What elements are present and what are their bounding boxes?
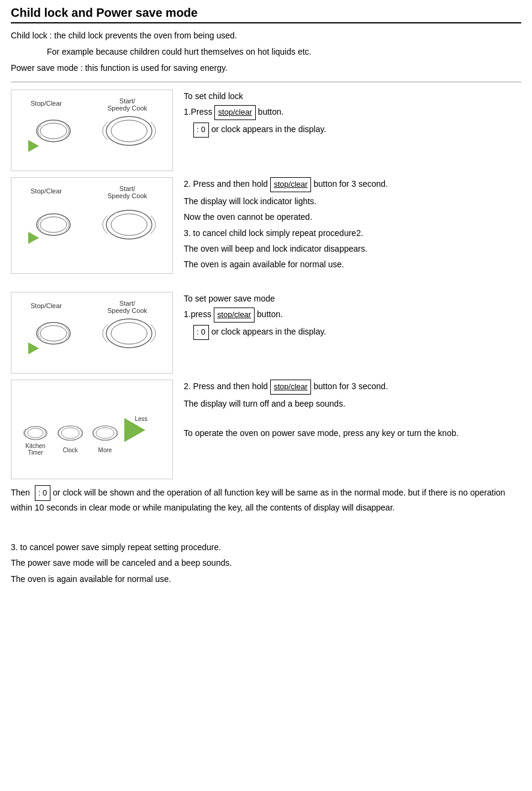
step3-text: 3. to cancel child lock simply repeat pr… [184,226,521,240]
svg-marker-7 [28,140,39,152]
step1-display-line: : 0 or clock appears in the display. [184,123,521,138]
section1-row1: Stop/Clear Start/ Speedy Cook To set chi… [11,89,521,171]
power-step2-line2: The display will turn off and a beep sou… [184,397,521,410]
power-step1-display-line: : 0 or clock appears in the display. [184,325,521,340]
step2-button: stop/clear [270,177,311,192]
step1-text: 1.Press stop/clear button. [184,105,521,120]
intro-line3: Power save mode : this function is used … [11,62,521,74]
power-step1-text: 1.press stop/clear button. [184,308,521,323]
set-childlock-heading: To set child lock [184,89,521,103]
step3-line3: The oven is again available for normal u… [184,258,521,271]
section2-row2: Kitchen Timer Clock More Less [11,380,521,479]
svg-point-22 [111,323,147,344]
intro-line1: Child lock : the child lock prevents the… [11,29,521,42]
display-box-2: : 0 [193,325,209,340]
spacer-2 [11,519,521,531]
then-paragraph: Then : 0 or clock will be shown and the … [11,485,521,515]
main-text-section: Then : 0 or clock will be shown and the … [11,485,521,515]
svg-point-13 [106,210,152,239]
svg-point-12 [40,217,67,232]
svg-point-33 [93,426,117,440]
instructions-1: To set child lock 1.Press stop/clear but… [184,89,521,140]
cancel-step3-line2: The power save mode will be canceled and… [11,556,521,569]
cancel-step3: 3. to cancel power save simply repeat se… [11,541,521,554]
svg-point-20 [40,326,67,341]
svg-text:Stop/Clear: Stop/Clear [31,302,62,309]
step2-line2: The display will lock indicator lights. [184,195,521,208]
svg-marker-15 [28,232,39,244]
step2-line3: Now the oven cannot be operated. [184,210,521,223]
step1-button: stop/clear [214,105,255,120]
step2-text: 2. Press and then hold stop/clear button… [184,177,521,192]
diagram-1: Stop/Clear Start/ Speedy Cook [11,89,173,171]
step3-line2: The oven will beep and lock indicator di… [184,242,521,255]
svg-text:Start/: Start/ [119,300,136,307]
svg-point-21 [106,319,152,348]
page-title: Child lock and Power save mode [11,6,521,23]
section-divider-1 [11,82,521,82]
display-box-1: : 0 [193,123,209,138]
svg-text:More: More [98,447,112,453]
svg-point-30 [28,428,43,438]
svg-text:Speedy Cook: Speedy Cook [107,192,148,199]
svg-point-14 [111,214,147,235]
svg-point-5 [106,117,152,145]
intro-section: Child lock : the child lock prevents the… [11,29,521,74]
diagram-2: Stop/Clear Start/ Speedy Cook [11,177,173,274]
display-box-3: : 0 [35,485,50,501]
svg-text:Kitchen: Kitchen [25,443,45,449]
svg-point-6 [111,120,147,142]
svg-point-34 [96,428,114,438]
power-step2-button: stop/clear [270,380,311,395]
power-step1-button: stop/clear [214,308,255,323]
power-step2-text: 2. Press and then hold stop/clear button… [184,380,521,395]
svg-text:Stop/Clear: Stop/Clear [31,187,62,195]
intro-line2: For example because children could hurt … [47,46,521,58]
cancel-section: 3. to cancel power save simply repeat se… [11,541,521,586]
svg-text:Less: Less [135,416,147,422]
diagram-svg-4: Kitchen Timer Clock More Less [16,385,166,472]
power-save-heading: To set power save mode [184,292,521,305]
cancel-step3-line3: The oven is again available for normal u… [11,572,521,586]
diagram-4: Kitchen Timer Clock More Less [11,380,173,479]
svg-text:Speedy Cook: Speedy Cook [107,105,148,112]
instructions-2: 2. Press and then hold stop/clear button… [184,177,521,274]
svg-text:Stop/Clear: Stop/Clear [31,100,62,107]
diagram-svg-2: Stop/Clear Start/ Speedy Cook [16,183,166,267]
instructions-3: To set power save mode 1.press stop/clea… [184,292,521,342]
svg-point-32 [61,428,79,438]
section1-row2: Stop/Clear Start/ Speedy Cook 2. Press a… [11,177,521,274]
svg-marker-23 [28,342,39,354]
svg-text:Start/: Start/ [119,185,136,192]
svg-text:Start/: Start/ [119,97,136,105]
spacer-1 [11,280,521,292]
diagram-3: Stop/Clear Start/ Speedy Cook [11,292,173,374]
svg-point-4 [40,123,67,139]
svg-text:Clock: Clock [62,447,78,453]
svg-text:Speedy Cook: Speedy Cook [107,307,148,314]
power-step2-line3: To operate the oven on power save mode, … [184,426,521,440]
diagram-svg-1: Stop/Clear Start/ Speedy Cook [16,95,166,164]
svg-point-31 [58,426,82,440]
diagram-svg-3: Stop/Clear Start/ Speedy Cook [16,297,166,366]
instructions-4: 2. Press and then hold stop/clear button… [184,380,521,442]
section2-row1: Stop/Clear Start/ Speedy Cook To set pow… [11,292,521,374]
svg-text:Timer: Timer [28,449,43,456]
